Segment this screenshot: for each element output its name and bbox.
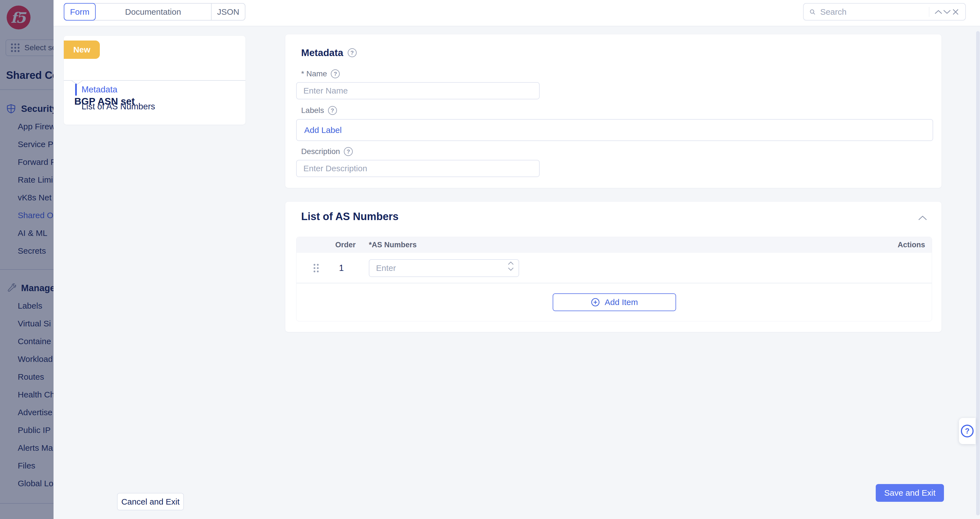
sidebar-item[interactable]: Health Ch [0,386,54,404]
search-input[interactable] [820,7,928,17]
help-icon[interactable]: ? [331,69,340,78]
sidebar-item[interactable]: App Firew [0,118,54,136]
workspace-title: Shared Co [6,69,54,81]
chevron-up-icon [934,10,943,14]
labels-label: Labels [301,106,324,115]
sidebar-item[interactable]: AI & ML [0,224,54,242]
sidebar-item-label: Service P [18,140,53,149]
help-icon[interactable]: ? [328,106,337,115]
sidebar-item[interactable]: Rate Limi [0,171,54,189]
sidebar-item[interactable]: Secrets [0,242,54,260]
sidebar-item-label: Workload [18,355,52,364]
sidebar-section-title: Security [21,104,54,114]
tab-documentation[interactable]: Documentation [95,3,212,20]
f5-logo[interactable]: f5 [6,6,30,29]
sidebar-item-label: Public IP [18,425,51,434]
metadata-heading: Metadata [301,47,343,58]
sidebar-item-label: Rate Limi [18,175,53,184]
sidebar-item[interactable]: Advertise [0,404,54,421]
sidebar-item[interactable]: Global Lo [0,474,54,492]
form-nav-label: List of AS Numbers [81,102,155,112]
description-input[interactable] [296,160,539,177]
select-service-button[interactable]: Select se [6,40,54,56]
cancel-and-exit-button[interactable]: Cancel and Exit [117,493,184,510]
help-icon[interactable]: ? [348,48,356,57]
sidebar-item-label: vK8s Net [18,193,52,202]
search-next-button[interactable] [943,6,951,18]
sidebar-item[interactable]: Virtual Si [0,315,54,332]
column-header-actions: Actions [898,241,925,249]
stepper-up-icon[interactable] [508,262,514,265]
collapse-section-button[interactable] [916,212,929,224]
wrench-icon [6,283,16,293]
sidebar-item-label: Routes [18,372,44,381]
as-number-input[interactable] [369,259,519,277]
sidebar-item[interactable]: Forward P [0,153,54,171]
help-icon[interactable]: ? [344,147,353,156]
drag-handle-icon[interactable] [313,263,319,273]
save-and-exit-button[interactable]: Save and Exit [876,484,944,502]
help-icon: ? [961,425,974,438]
chevron-down-icon [943,10,951,14]
tab-form[interactable]: Form [64,3,95,21]
number-stepper[interactable] [508,262,514,271]
table-header-row: Order *AS Numbers Actions [296,237,932,253]
sidebar-item-label: Advertise [18,408,52,417]
sidebar-item[interactable]: Shared O [0,206,54,224]
help-fab-button[interactable]: ? [959,418,975,444]
sidebar-item[interactable]: Public IP [0,421,54,439]
sidebar-divider [0,269,54,270]
sidebar-item-label: Health Ch [18,390,54,399]
sidebar-item[interactable]: Workload [0,350,54,368]
as-numbers-section: List of AS Numbers Order *AS Numbers Act… [285,202,942,332]
sidebar-item[interactable]: Service P [0,136,54,153]
as-numbers-heading: List of AS Numbers [301,211,398,223]
as-numbers-table: Order *AS Numbers Actions 1 A [296,237,932,321]
sidebar-item[interactable]: vK8s Net [0,189,54,206]
form-nav-item-as-numbers[interactable]: List of AS Numbers [64,101,245,113]
panel-divider [64,80,245,81]
sidebar-item[interactable]: Alerts Ma [0,439,54,457]
sidebar-item[interactable]: Files [0,457,54,474]
name-label: * Name [301,69,327,78]
row-order-number: 1 [333,253,350,283]
sidebar-item[interactable]: Containe [0,332,54,350]
form-nav-item-metadata[interactable]: Metadata [64,83,245,96]
sidebar-item-label: Shared O [18,211,53,220]
sidebar-item-label: Forward P [18,157,54,166]
metadata-section: Metadata ? * Name ? Labels ? Add Label D… [285,34,942,188]
labels-field: Add Label [296,119,933,141]
plus-circle-icon [591,297,600,307]
sidebar-item[interactable]: Routes [0,368,54,386]
f5-logo-text: f5 [11,9,27,26]
sidebar: f5 Select se Shared Co Security App Fire… [0,0,54,519]
sidebar-divider [0,503,54,504]
chevron-up-icon [918,215,928,220]
sidebar-item[interactable]: Labels [0,297,54,315]
sidebar-item-label: Secrets [18,246,46,256]
tab-json[interactable]: JSON [212,3,245,20]
column-header-as-numbers: *AS Numbers [369,241,417,249]
table-row: 1 [296,253,932,283]
add-label-button[interactable]: Add Label [304,125,342,135]
sidebar-divider [0,89,54,90]
vertical-scrollbar[interactable] [976,31,980,516]
form-nav-panel: New BGP ASN set Metadata List of AS Numb… [64,36,245,125]
labels-label-row: Labels ? [301,106,337,115]
name-input[interactable] [296,82,539,99]
search-divider [929,7,929,17]
column-header-order: Order [335,241,356,249]
close-icon [952,9,959,15]
sidebar-header-security[interactable]: Security [0,100,54,118]
add-item-label: Add Item [605,297,638,307]
search-prev-button[interactable] [934,6,943,18]
shield-icon [6,104,16,114]
stepper-down-icon[interactable] [508,267,514,271]
sidebar-header-manage[interactable]: Manage [0,279,54,297]
active-indicator-bar [75,101,77,113]
metadata-heading-row: Metadata ? [301,47,356,58]
description-label-row: Description ? [301,147,353,156]
search-close-button[interactable] [951,6,960,18]
add-item-button[interactable]: Add Item [553,293,676,311]
sidebar-section-title: Manage [21,283,54,293]
